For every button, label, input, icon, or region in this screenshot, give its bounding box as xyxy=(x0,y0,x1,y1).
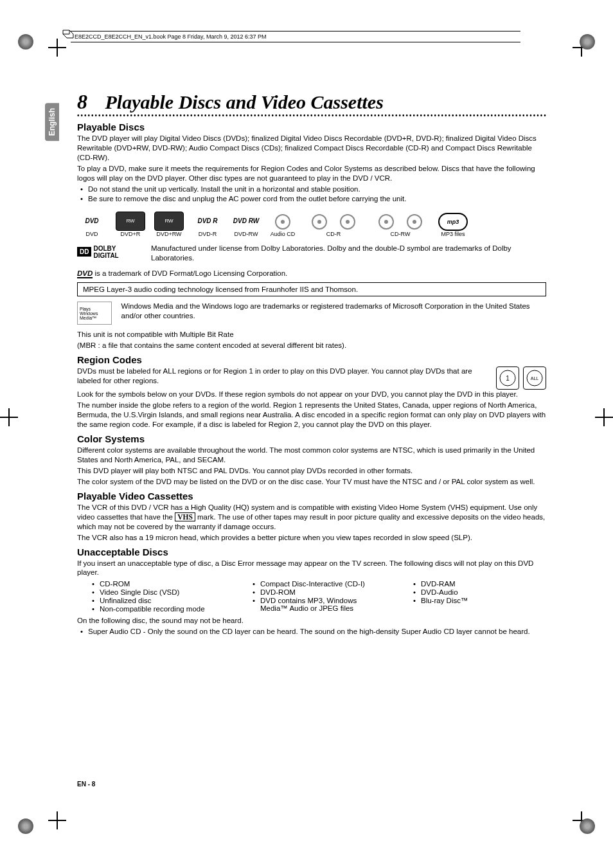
heading-color: Color Systems xyxy=(77,433,546,444)
language-tab: English xyxy=(45,103,59,141)
vcr-p1: The VCR of this DVD / VCR has a High Qua… xyxy=(77,503,546,532)
logo-dvd-plus-r: RWDVD+R xyxy=(116,212,145,237)
logo-cd-r: CD-R xyxy=(305,210,362,237)
color-p1: Different color systems are available th… xyxy=(77,446,546,465)
region-p2: Look for the symbols below on your DVDs.… xyxy=(77,390,546,399)
vcr-p2: The VCR also has a 19 micron head, which… xyxy=(77,533,546,543)
dolby-logo: DDDOLBY DIGITAL xyxy=(77,244,141,260)
crop-decoration-tr xyxy=(580,34,595,50)
disc-logos-row: DVDDVD RWDVD+R RWDVD+RW DVD RDVD-R DVD R… xyxy=(77,210,546,237)
logo-dvd-rw: DVD RWDVD-RW xyxy=(231,212,261,237)
chapter-number: 8 xyxy=(77,90,87,113)
mpeg-box: MPEG Layer-3 audio coding technology lic… xyxy=(77,282,546,296)
dolby-text: Manufactured under license from Dolby La… xyxy=(151,244,546,263)
unacceptable-p1: If you insert an unacceptable type of di… xyxy=(77,559,546,578)
svg-point-7 xyxy=(384,220,388,224)
bullet-1: Do not stand the unit up vertically. Ins… xyxy=(80,185,546,194)
unacceptable-p2: On the following disc, the sound may not… xyxy=(77,616,546,626)
svg-point-3 xyxy=(317,220,321,224)
heading-region: Region Codes xyxy=(77,354,546,365)
logo-dvd-plus-rw: RWDVD+RW xyxy=(154,212,184,237)
svg-point-5 xyxy=(346,220,350,224)
logo-cd-rw: CD-RW xyxy=(371,210,429,237)
mbr-line1: This unit is not compatible with Multipl… xyxy=(77,330,546,339)
region-p3: The number inside the globe refers to a … xyxy=(77,401,546,429)
region-icons: 1 ALL xyxy=(496,366,546,390)
chapter-title: 8 Playable Discs and Video Cassettes xyxy=(77,90,546,114)
bullet-2: Be sure to remove the disc and unplug th… xyxy=(80,194,546,204)
discs-bullets: Do not stand the unit up vertically. Ins… xyxy=(80,185,546,204)
crop-decoration-bl xyxy=(18,818,33,834)
logo-dvd: DVDDVD xyxy=(77,212,107,237)
unacceptable-sacd: Super Audio CD - Only the sound on the C… xyxy=(80,627,546,637)
text-discs-p2: To play a DVD, make sure it meets the re… xyxy=(77,164,546,183)
windows-block: Plays Windows Media™ Windows Media and t… xyxy=(77,302,546,325)
region-p1: DVDs must be labeled for ALL regions or … xyxy=(77,366,546,386)
windows-logo: Plays Windows Media™ xyxy=(77,302,112,325)
header-path: E8E2CCD_E8E2CCH_EN_v1.book Page 8 Friday… xyxy=(71,31,520,42)
dotted-rule: ••••••••••••••••••••••••••••••••••••••••… xyxy=(77,114,546,118)
svg-text:ALL: ALL xyxy=(531,376,539,381)
vhs-mark: VHS xyxy=(175,512,195,521)
windows-text: Windows Media and the Windows logo are t… xyxy=(121,302,546,321)
dolby-block: DDDOLBY DIGITAL Manufactured under licen… xyxy=(77,244,546,264)
col3: DVD-RAM DVD-Audio Blu-ray Disc™ xyxy=(402,580,546,613)
dvd-logo-inline: DVD xyxy=(77,269,93,278)
crop-decoration-tl xyxy=(18,34,33,50)
logo-audio-cd: Audio CD xyxy=(270,210,296,237)
dvd-tm-line: DVD is a trademark of DVD Format/Logo Li… xyxy=(77,269,546,278)
footer-page-number: EN - 8 xyxy=(77,781,95,788)
logo-dvd-r: DVD RDVD-R xyxy=(193,212,222,237)
color-p3: The color system of the DVD may be liste… xyxy=(77,477,546,487)
col2: Compact Disc-Interactive (CD-I) DVD-ROM … xyxy=(241,580,386,613)
heading-playable-discs: Playable Discs xyxy=(77,122,546,132)
heading-vcr: Playable Video Cassettes xyxy=(77,491,546,502)
chapter-title-text: Playable Discs and Video Cassettes xyxy=(105,91,384,113)
unacceptable-cols: CD-ROM Video Single Disc (VSD) Unfinaliz… xyxy=(77,580,546,613)
mbr-line2: (MBR : a file that contains the same con… xyxy=(77,341,546,350)
crop-mark-ml xyxy=(0,408,18,426)
svg-point-9 xyxy=(413,220,416,224)
page-content: 8 Playable Discs and Video Cassettes •••… xyxy=(77,90,546,638)
crop-decoration-br xyxy=(580,818,595,834)
text-discs-p1: The DVD player will play Digital Video D… xyxy=(77,134,546,163)
svg-text:1: 1 xyxy=(506,375,510,382)
crop-mark-bl xyxy=(48,811,66,829)
crop-mark-mr xyxy=(595,408,613,426)
logo-mp3: mp3MP3 files xyxy=(438,213,468,237)
col1: CD-ROM Video Single Disc (VSD) Unfinaliz… xyxy=(80,580,225,613)
svg-point-1 xyxy=(281,220,285,224)
region-icon-1: 1 xyxy=(496,366,519,390)
region-icon-all: ALL xyxy=(523,366,546,390)
heading-unacceptable: Unacceptable Discs xyxy=(77,547,546,557)
color-p2: This DVD player will play both NTSC and … xyxy=(77,466,546,476)
